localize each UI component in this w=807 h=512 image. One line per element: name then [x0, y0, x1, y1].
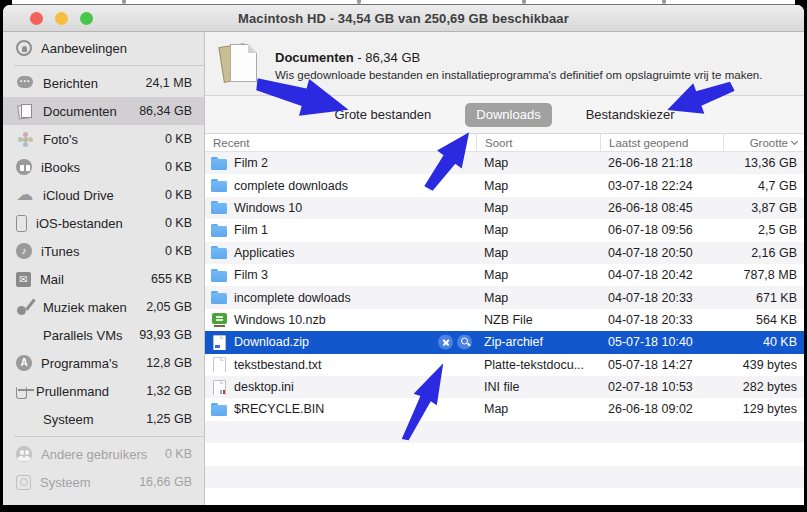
file-kind: Map [476, 246, 600, 260]
file-last-opened: 26-06-18 09:02 [600, 402, 723, 416]
file-size: 2,5 GB [723, 223, 804, 237]
zoom-button[interactable] [80, 12, 93, 25]
sidebar-item-muziek-maken[interactable]: Muziek maken 2,05 GB [3, 293, 204, 321]
sidebar-item-prullenmand[interactable]: Prullenmand 1,32 GB [3, 377, 204, 405]
sidebar-item-documenten[interactable]: Documenten 86,34 GB [3, 97, 204, 125]
sidebar-item-berichten[interactable]: Berichten 24,1 MB [3, 69, 204, 97]
file-kind: Map [476, 179, 600, 193]
file-kind: Map [476, 201, 600, 215]
sidebar-item-ios-bestanden[interactable]: iOS-bestanden 0 KB [3, 209, 204, 237]
file-kind: Map [476, 402, 600, 416]
column-header-grootte[interactable]: Grootte [723, 134, 804, 151]
file-last-opened: 04-07-18 20:33 [600, 291, 723, 305]
file-size: 13,36 GB [723, 156, 804, 170]
show-in-finder-button[interactable] [457, 335, 472, 350]
table-row-applicaties[interactable]: Applicaties Map 04-07-18 20:50 2,16 GB [205, 242, 804, 264]
sidebar-item-size: 0 KB [165, 216, 192, 230]
sidebar-item-size: 24,1 MB [145, 76, 192, 90]
sidebar-item-label: Documenten [43, 104, 139, 119]
sidebar-item-icloud-drive[interactable]: iCloud Drive 0 KB [3, 181, 204, 209]
table-row-windows-10[interactable]: Windows 10 Map 26-06-18 08:45 3,87 GB [205, 197, 804, 219]
file-last-opened: 05-07-18 10:40 [600, 335, 723, 349]
sidebar-item-label: iBooks [41, 160, 165, 175]
main-panel: Documenten - 86,34 GB Wis gedownloade be… [205, 32, 804, 505]
file-last-opened: 02-07-18 10:53 [600, 380, 723, 394]
table-row-film-3[interactable]: Film 3 Map 04-07-18 20:42 787,8 MB [205, 264, 804, 286]
table-row-tekstbestand-txt[interactable]: tekstbestand.txt Platte-tekstdocu... 05-… [205, 354, 804, 376]
sidebar-item-aanbevelingen[interactable]: Aanbevelingen [3, 34, 204, 62]
sidebar-item-programma-s[interactable]: Programma's 12,8 GB [3, 349, 204, 377]
folder-icon [211, 268, 228, 283]
storage-management-window: Macintosh HD - 34,54 GB van 250,69 GB be… [3, 5, 804, 505]
table-row-desktop-ini[interactable]: desktop.ini INI file 02-07-18 10:53 282 … [205, 376, 804, 398]
table-row-download-zip[interactable]: Download.zip Zip-archief 05-07-18 10:40 … [205, 331, 804, 353]
file-name: complete downloads [234, 179, 348, 193]
sidebar-item-size: 0 KB [165, 244, 192, 258]
table-row-incomplete-dowloads[interactable]: incomplete dowloads Map 04-07-18 20:33 6… [205, 286, 804, 308]
file-size: 787,8 MB [723, 268, 804, 282]
file-kind: Map [476, 156, 600, 170]
file-name: Windows 10 [234, 201, 302, 215]
file-size: 4,7 GB [723, 179, 804, 193]
file-kind: Map [476, 268, 600, 282]
file-last-opened: 26-06-18 08:45 [600, 201, 723, 215]
file-last-opened: 04-07-18 20:50 [600, 246, 723, 260]
folder-icon [211, 200, 228, 215]
sidebar-item-mail[interactable]: Mail 655 KB [3, 265, 204, 293]
sidebar-item-label: iOS-bestanden [36, 216, 165, 231]
tab-downloads[interactable]: Downloads [465, 103, 551, 127]
file-name: desktop.ini [234, 380, 294, 394]
phone-icon [16, 215, 27, 232]
folder-icon [211, 290, 228, 305]
file-kind: Platte-tekstdocu... [476, 358, 600, 372]
file-name: Windows 10.nzb [234, 313, 326, 327]
zip-file-icon [211, 335, 228, 350]
file-kind: Zip-archief [476, 335, 600, 349]
sidebar-item-systeem[interactable]: Systeem 16,66 GB [3, 468, 204, 496]
sidebar-item-size: 0 KB [165, 188, 192, 202]
column-header-recent[interactable]: Recent [205, 134, 476, 151]
sidebar-divider [14, 65, 204, 66]
table-row-windows-10-nzb[interactable]: Windows 10.nzb NZB File 04-07-18 20:33 5… [205, 309, 804, 331]
sidebar-item-size: 1,32 GB [146, 384, 192, 398]
file-last-opened: 04-07-18 20:42 [600, 268, 723, 282]
column-header-soort[interactable]: Soort [476, 134, 600, 151]
file-name: tekstbestand.txt [234, 358, 322, 372]
tab-bestandskiezer[interactable]: Bestandskiezer [575, 103, 686, 127]
screenshot-page: Macintosh HD - 34,54 GB van 250,69 GB be… [0, 0, 807, 512]
file-kind: NZB File [476, 313, 600, 327]
sidebar-item-ibooks[interactable]: iBooks 0 KB [3, 153, 204, 181]
close-button[interactable] [30, 12, 43, 25]
documents-icon [16, 102, 34, 120]
system-disc-icon [16, 475, 31, 490]
window-titlebar[interactable]: Macintosh HD - 34,54 GB van 250,69 GB be… [3, 5, 804, 32]
sidebar-item-foto-s[interactable]: Foto's 0 KB [3, 125, 204, 153]
sidebar-item-systeem[interactable]: Systeem 1,25 GB [3, 405, 204, 433]
tab-grote-bestanden[interactable]: Grote bestanden [323, 103, 442, 127]
sidebar-item-label: Systeem [43, 412, 146, 427]
sidebar-item-andere-gebruikers[interactable]: Andere gebruikers 0 KB [3, 440, 204, 468]
trash-icon [16, 387, 27, 399]
cloud-icon [16, 186, 34, 204]
sidebar-item-itunes[interactable]: iTunes 0 KB [3, 237, 204, 265]
file-size: 564 KB [723, 313, 804, 327]
book-icon [16, 159, 32, 175]
sidebar-item-parallels-vms[interactable]: Parallels VMs 93,93 GB [3, 321, 204, 349]
file-last-opened: 06-07-18 09:56 [600, 223, 723, 237]
file-size: 2,16 GB [723, 246, 804, 260]
file-name: Download.zip [234, 335, 309, 349]
table-row-recycle-bin[interactable]: $RECYCLE.BIN Map 26-06-18 09:02 129 byte… [205, 398, 804, 420]
table-row-film-1[interactable]: Film 1 Map 06-07-18 09:56 2,5 GB [205, 219, 804, 241]
table-row-film-2[interactable]: Film 2 Map 26-06-18 21:18 13,36 GB [205, 152, 804, 174]
documents-stack-icon [220, 41, 260, 89]
column-header-laatst-geopend[interactable]: Laatst geopend [600, 134, 723, 151]
file-table: Film 2 Map 26-06-18 21:18 13,36 GB compl… [205, 152, 804, 505]
file-kind: Map [476, 291, 600, 305]
sidebar-item-label: iTunes [41, 244, 165, 259]
lightbulb-icon [16, 40, 32, 56]
minimize-button[interactable] [55, 12, 68, 25]
remove-download-button[interactable] [438, 335, 453, 350]
file-name: $RECYCLE.BIN [234, 402, 324, 416]
table-row-complete-downloads[interactable]: complete downloads Map 03-07-18 22:24 4,… [205, 174, 804, 196]
sidebar-divider [14, 436, 204, 437]
